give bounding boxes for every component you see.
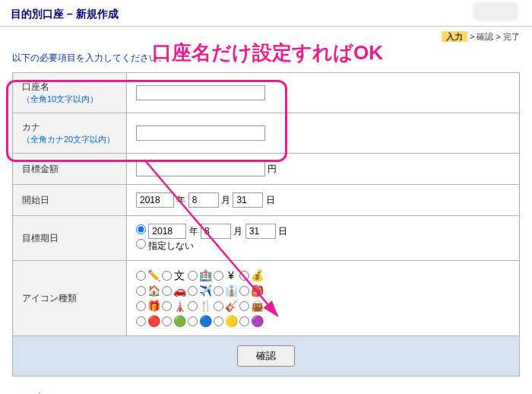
icon-radio[interactable] <box>214 301 223 311</box>
step-confirm: 確認 <box>477 32 493 41</box>
yen-unit: 円 <box>268 163 277 176</box>
icon-radio[interactable] <box>136 271 146 281</box>
icon-radio[interactable] <box>136 286 146 296</box>
back-link[interactable]: ◀◀ 戻る <box>0 384 532 394</box>
kana-label: カナ （全角カナ20文字以内） <box>13 113 127 154</box>
icon-radio[interactable] <box>188 316 198 326</box>
icon-glyph: 🎸 <box>224 299 238 313</box>
icon-radio[interactable] <box>214 286 223 296</box>
icon-glyph: 🚗 <box>173 284 186 297</box>
icon-radio[interactable] <box>162 301 172 311</box>
icon-grid: ✏️文🏥¥💰🏠🚗✈️👔🎒🎁🗼🍴🎸👜🔴🟢🔵🟡🟣 <box>136 268 510 328</box>
confirm-row: 確認 <box>12 336 520 377</box>
icon-glyph: 💰 <box>250 268 264 282</box>
target-date-radio[interactable] <box>136 224 146 234</box>
target-amount-label: 目標金額 <box>13 154 127 185</box>
icon-glyph: 🔴 <box>147 314 160 328</box>
icon-glyph: 🎒 <box>250 284 264 297</box>
kana-input[interactable] <box>136 126 265 141</box>
start-month-input[interactable] <box>188 192 219 208</box>
icon-type-label: アイコン種類 <box>13 261 127 336</box>
not-specify-label: 指定しない <box>148 240 194 251</box>
target-year-input[interactable] <box>148 224 186 239</box>
icon-radio[interactable] <box>136 316 146 326</box>
icon-radio[interactable] <box>188 271 198 281</box>
target-day-input[interactable] <box>245 224 276 239</box>
start-date-label: 開始日 <box>13 185 127 216</box>
icon-glyph: 🗼 <box>173 299 186 313</box>
icon-radio[interactable] <box>136 301 146 311</box>
icon-glyph: 🎁 <box>147 299 160 313</box>
step-done: 完了 <box>503 32 520 41</box>
icon-glyph: ✈️ <box>198 284 212 297</box>
icon-glyph: 🏥 <box>198 268 212 282</box>
icon-glyph: 文 <box>173 268 186 282</box>
not-specify-radio[interactable] <box>136 239 146 249</box>
icon-glyph: 🟣 <box>250 314 264 328</box>
icon-glyph: 🏠 <box>147 284 160 297</box>
step-input: 入力 <box>442 31 467 42</box>
icon-radio[interactable] <box>188 286 198 296</box>
icon-glyph: 👔 <box>224 284 238 297</box>
icon-glyph: ✏️ <box>147 268 160 282</box>
account-name-label: 口座名 （全角10文字以内） <box>13 73 127 113</box>
start-day-input[interactable] <box>233 192 263 208</box>
icon-radio[interactable] <box>239 271 249 281</box>
confirm-button[interactable]: 確認 <box>237 345 295 367</box>
icon-glyph: ¥ <box>224 268 238 282</box>
icon-glyph: 🟢 <box>173 314 186 328</box>
target-amount-input[interactable] <box>136 161 265 176</box>
start-year-input[interactable] <box>136 192 174 208</box>
icon-radio[interactable] <box>239 316 249 326</box>
target-month-input[interactable] <box>201 224 231 239</box>
icon-radio[interactable] <box>214 271 223 281</box>
icon-glyph: 🟡 <box>224 314 238 328</box>
icon-radio[interactable] <box>162 286 172 296</box>
target-deadline-label: 目標期日 <box>13 216 127 261</box>
account-name-input[interactable] <box>136 85 265 100</box>
icon-radio[interactable] <box>188 301 198 311</box>
icon-radio[interactable] <box>162 316 172 326</box>
icon-glyph: 🍴 <box>198 299 212 313</box>
form-table: 口座名 （全角10文字以内） カナ （全角カナ20文字以内） 目標金額 円 開始… <box>12 72 520 336</box>
icon-glyph: 👜 <box>250 299 264 313</box>
callout-text: 口座名だけ設定すればOK <box>152 40 383 66</box>
icon-radio[interactable] <box>214 316 223 326</box>
page-title: 目的別口座 – 新規作成 <box>0 0 532 27</box>
icon-radio[interactable] <box>239 301 249 311</box>
icon-radio[interactable] <box>162 271 172 281</box>
icon-radio[interactable] <box>239 286 249 296</box>
icon-glyph: 🔵 <box>198 314 212 328</box>
help-button-blurred <box>474 3 517 20</box>
